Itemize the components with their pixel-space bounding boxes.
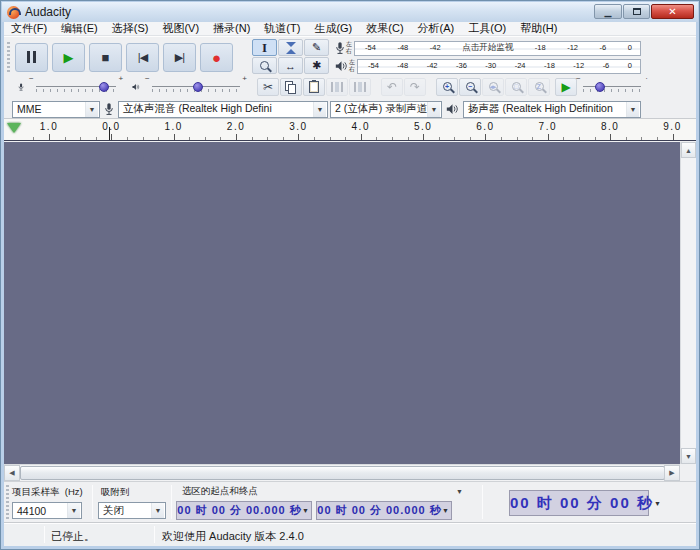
ruler-label: 6.0: [476, 121, 494, 132]
menu-g[interactable]: 生成(G): [307, 22, 359, 35]
scroll-left-arrow[interactable]: ◀: [4, 465, 20, 481]
scroll-down-arrow[interactable]: ▼: [681, 448, 696, 464]
zoom-tool-button[interactable]: [252, 57, 277, 74]
menu-f[interactable]: 文件(F): [4, 22, 54, 35]
recording-meter[interactable]: 左右 -54-48-42点击开始监视-18-12-60: [331, 39, 643, 57]
audio-position-field[interactable]: 00 时 00 分 00 秒▼: [509, 490, 649, 516]
ruler-tick: [532, 137, 533, 140]
selection-toolbar: 项目采样率 (Hz) 44100▼ 吸附到 关闭▼ 选区的起点和终点▼ 00 时…: [4, 481, 696, 522]
fit-selection-icon: ◂▸: [489, 82, 498, 91]
minus-label: −: [145, 74, 150, 83]
toolbar-gripper[interactable]: [7, 42, 10, 72]
skip-to-start-button[interactable]: |◀: [126, 43, 159, 72]
toolbar-dock: ▶■|◀▶|● I✎↔✱ 左右 -54-48-42点击开始监视-18-12-60…: [4, 36, 696, 118]
envelope-tool-button[interactable]: [278, 39, 303, 56]
ruler-tick: [189, 137, 190, 140]
fit-selection-button: ◂▸: [482, 78, 504, 96]
zoom-toggle-icon: Z: [535, 82, 544, 91]
vertical-scrollbar[interactable]: ▲ ▼: [680, 142, 696, 464]
playback-volume-thumb[interactable]: [193, 82, 203, 92]
audio-host-dropdown[interactable]: MME▼: [12, 101, 100, 118]
silence-selection-button: [349, 78, 371, 96]
play-at-speed-button[interactable]: ▶: [555, 78, 577, 96]
divider: [44, 526, 45, 543]
silence-selection-icon: [354, 82, 366, 92]
ruler-tick: [392, 137, 393, 140]
cut-button[interactable]: ✂: [257, 78, 279, 96]
meter-scale-number: -12: [567, 44, 578, 52]
transport-toolbar: ▶■|◀▶|●: [6, 39, 251, 75]
recording-volume-slider[interactable]: − +: [36, 80, 116, 93]
multi-tool-button[interactable]: ✱: [304, 57, 329, 74]
selection-tool-button[interactable]: I: [252, 39, 277, 56]
playback-device-dropdown[interactable]: 扬声器 (Realtek High Definition▼: [463, 101, 641, 118]
scroll-right-arrow[interactable]: ▶: [664, 465, 680, 481]
paste-button[interactable]: [303, 78, 325, 96]
selection-start-field[interactable]: 00 时 00 分 00.000 秒▼: [176, 501, 312, 520]
menu-n[interactable]: 播录(N): [206, 22, 257, 35]
copy-button[interactable]: [280, 78, 302, 96]
ruler-tick: [641, 137, 642, 140]
ruler-tick: [408, 137, 409, 140]
playback-meter[interactable]: 左右 -54-48-42-36-30-24-18-12-60: [331, 57, 643, 75]
fit-project-button: □: [505, 78, 527, 96]
multi-tool-icon: ✱: [312, 59, 321, 72]
play-meter-scale[interactable]: -54-48-42-36-30-24-18-12-60: [357, 59, 641, 74]
horizontal-scroll-thumb[interactable]: [20, 466, 665, 480]
recording-channels-dropdown[interactable]: 2 (立体声) 录制声道▼: [330, 101, 442, 118]
dropdown-arrow-icon: ▼: [442, 507, 451, 514]
playback-volume-slider[interactable]: − +: [152, 80, 240, 93]
stop-button[interactable]: ■: [89, 43, 122, 72]
audio-position-value[interactable]: 00 时 00 分 00 秒: [510, 494, 654, 513]
recording-volume-thumb[interactable]: [99, 82, 109, 92]
minimize-button[interactable]: ▁: [594, 4, 622, 19]
selection-end-field[interactable]: 00 时 00 分 00.000 秒▼: [316, 501, 452, 520]
menu-a[interactable]: 分析(A): [411, 22, 462, 35]
menu-h[interactable]: 帮助(H): [513, 22, 564, 35]
play-speed-slider[interactable]: − ·: [583, 80, 641, 93]
menu-o[interactable]: 工具(O): [461, 22, 513, 35]
dropdown-arrow-icon: ▼: [151, 503, 164, 518]
fit-project-icon: □: [512, 82, 521, 91]
pause-button[interactable]: [15, 43, 48, 72]
snap-to-dropdown[interactable]: 关闭▼: [98, 502, 166, 519]
zoom-out-button[interactable]: −: [459, 78, 481, 96]
scroll-up-arrow[interactable]: ▲: [681, 142, 696, 158]
menu-c[interactable]: 效果(C): [359, 22, 410, 35]
menu-t[interactable]: 轨道(T): [257, 22, 307, 35]
record-meter-scale[interactable]: -54-48-42点击开始监视-18-12-60: [354, 41, 641, 56]
title-bar[interactable]: Audacity ▁ ✕: [2, 2, 698, 22]
skip-to-end-button[interactable]: ▶|: [163, 43, 196, 72]
record-button[interactable]: ●: [200, 43, 233, 72]
microphone-icon: [104, 102, 114, 116]
zoom-tool-icon: [260, 61, 269, 70]
play-button[interactable]: ▶: [52, 43, 85, 72]
timeline-ruler[interactable]: 1.00.01.02.03.04.05.06.07.08.09.0: [4, 118, 696, 141]
ruler-tick: [454, 137, 455, 140]
play-speed-thumb[interactable]: [595, 82, 605, 92]
selection-end-value[interactable]: 00 时 00 分 00.000 秒: [317, 503, 442, 518]
recording-device-dropdown[interactable]: 立体声混音 (Realtek High Defini▼: [118, 101, 328, 118]
selection-start-value[interactable]: 00 时 00 分 00.000 秒: [177, 503, 302, 518]
device-toolbar: MME▼ 立体声混音 (Realtek High Defini▼ 2 (立体声)…: [4, 99, 648, 119]
selection-range-dropdown[interactable]: 选区的起点和终点▼: [176, 485, 466, 498]
paste-icon: [309, 81, 319, 93]
close-button[interactable]: ✕: [651, 4, 694, 19]
maximize-button[interactable]: [623, 4, 650, 19]
project-rate-dropdown[interactable]: 44100▼: [12, 502, 82, 519]
play-at-speed-toolbar: ▶ − ·: [555, 76, 647, 97]
menu-s[interactable]: 选择(S): [105, 22, 156, 35]
horizontal-scrollbar[interactable]: ◀ ▶: [4, 464, 696, 481]
track-panel[interactable]: ▲ ▼: [4, 142, 696, 464]
ruler-label: 0.0: [102, 121, 120, 132]
time-shift-tool-button[interactable]: ↔: [278, 57, 303, 74]
ruler-tick: [283, 137, 284, 140]
pinned-playhead-icon[interactable]: [7, 123, 21, 133]
menu-v[interactable]: 视图(V): [155, 22, 206, 35]
ruler-tick: [267, 137, 268, 140]
toolbar-gripper[interactable]: [6, 485, 9, 519]
meter-scale-number: -42: [430, 44, 441, 52]
menu-e[interactable]: 编辑(E): [54, 22, 105, 35]
draw-tool-button[interactable]: ✎: [304, 39, 329, 56]
zoom-in-button[interactable]: +: [436, 78, 458, 96]
